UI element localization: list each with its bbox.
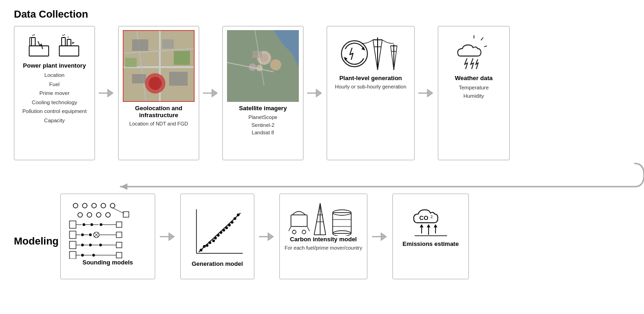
- svg-point-86: [99, 244, 102, 246]
- svg-point-50: [92, 203, 96, 208]
- svg-point-54: [87, 213, 92, 217]
- svg-rect-0: [29, 46, 49, 56]
- power-grid-icon: [338, 33, 403, 75]
- svg-rect-13: [162, 39, 174, 49]
- svg-line-46: [484, 46, 487, 47]
- svg-rect-5: [62, 38, 65, 46]
- sounding-box: Sounding models: [60, 194, 155, 279]
- generation-title: Generation model: [192, 260, 243, 267]
- satellite-title: Satellite imagery: [239, 105, 287, 112]
- arrow-7: [371, 230, 389, 244]
- emissions-icon: CO 2: [405, 199, 456, 240]
- svg-rect-124: [333, 213, 351, 233]
- arrow-right-svg-3: [306, 86, 324, 100]
- svg-point-51: [101, 203, 106, 208]
- svg-point-71: [81, 233, 84, 236]
- svg-rect-68: [116, 222, 122, 227]
- arrow-right-svg-5: [159, 230, 177, 244]
- svg-rect-88: [116, 242, 122, 248]
- svg-marker-33: [344, 57, 347, 61]
- svg-rect-4: [59, 46, 79, 56]
- svg-rect-15: [132, 74, 146, 83]
- satellite-box: Satellite imagery PlanetScopeSentinel-2L…: [222, 26, 303, 160]
- arrow-5: [159, 230, 177, 244]
- emissions-title: Emissions estimate: [403, 240, 459, 247]
- svg-rect-14: [169, 72, 188, 86]
- svg-text:CO: CO: [419, 214, 429, 221]
- svg-point-52: [110, 203, 115, 208]
- factory-icon-1: [27, 33, 52, 58]
- arrow-right-svg-6: [258, 230, 276, 244]
- svg-point-65: [100, 223, 102, 226]
- power-plant-icons: [27, 33, 82, 58]
- arrow-4: [417, 86, 435, 100]
- svg-point-26: [270, 59, 281, 70]
- satellite-map-image: [227, 30, 299, 102]
- bottom-section: Modeling: [14, 194, 630, 279]
- svg-point-63: [90, 223, 93, 226]
- svg-line-112: [199, 213, 240, 252]
- svg-rect-59: [69, 221, 76, 228]
- svg-line-120: [314, 203, 320, 235]
- svg-line-37: [373, 40, 378, 70]
- svg-text:2: 2: [430, 214, 433, 219]
- svg-line-43: [394, 46, 397, 70]
- power-plant-title: Power plant inventory: [23, 62, 86, 69]
- svg-rect-58: [123, 212, 129, 217]
- plant-level-title: Plant-level generation: [339, 75, 402, 82]
- svg-point-48: [73, 203, 78, 208]
- sounding-model-icon: [69, 199, 147, 259]
- power-plant-list: Location Fuel Prime mover Cooling techno…: [22, 71, 87, 125]
- svg-point-56: [106, 213, 110, 217]
- emissions-box: CO 2 Emissions estimate: [392, 194, 469, 279]
- power-plant-box: Power plant inventory Location Fuel Prim…: [14, 26, 95, 160]
- svg-line-45: [481, 38, 483, 40]
- generation-chart-icon: [189, 205, 245, 260]
- carbon-icon: [289, 199, 358, 236]
- weather-subtitle: TemperatureHumidity: [459, 83, 489, 100]
- weather-title: Weather data: [455, 75, 492, 82]
- sounding-title: Sounding models: [82, 259, 133, 266]
- arrow-right-svg-7: [371, 230, 389, 244]
- modeling-label: Modeling: [14, 226, 56, 247]
- arrow-6: [258, 230, 276, 244]
- geolocation-box: Geolocation and infrastructure Location …: [118, 26, 199, 160]
- svg-marker-32: [361, 47, 365, 50]
- svg-point-61: [82, 223, 85, 226]
- carbon-intensity-box: Carbon intensity model For each fuel/pri…: [279, 194, 367, 279]
- page-title: Data Collection: [14, 8, 630, 20]
- weather-box: Weather data TemperatureHumidity: [438, 26, 510, 160]
- svg-point-53: [78, 213, 82, 217]
- feedback-section: [14, 161, 630, 189]
- arrow-right-svg-4: [417, 86, 435, 100]
- svg-rect-80: [69, 241, 76, 249]
- svg-point-17: [149, 77, 162, 90]
- arrow-right-svg: [98, 86, 115, 100]
- geo-map-image: [123, 30, 195, 102]
- bottom-row: Sounding models: [60, 194, 630, 279]
- svg-rect-69: [69, 231, 76, 239]
- carbon-title: Carbon intensity model: [290, 236, 357, 243]
- top-row: Power plant inventory Location Fuel Prim…: [14, 26, 630, 160]
- svg-marker-132: [420, 224, 423, 227]
- factory-icon-2: [57, 33, 82, 58]
- svg-point-73: [89, 233, 92, 236]
- arrow-3: [306, 86, 324, 100]
- satellite-subtitle: PlanetScopeSentinel-2Landsat 8: [248, 113, 277, 137]
- svg-rect-12: [132, 39, 148, 51]
- arrow-2: [202, 86, 220, 100]
- svg-point-31: [341, 41, 367, 67]
- arrow-1: [98, 86, 115, 100]
- svg-line-121: [320, 203, 326, 235]
- svg-line-38: [378, 40, 382, 70]
- weather-icon: [451, 33, 497, 75]
- svg-line-114: [289, 226, 291, 231]
- svg-point-93: [92, 254, 95, 257]
- svg-rect-6: [67, 39, 71, 46]
- generation-box: Generation model: [180, 194, 254, 279]
- geo-title: Geolocation and infrastructure: [122, 105, 195, 119]
- svg-marker-136: [434, 224, 437, 227]
- svg-point-55: [96, 213, 101, 217]
- svg-point-49: [82, 203, 87, 208]
- svg-rect-19: [125, 58, 137, 67]
